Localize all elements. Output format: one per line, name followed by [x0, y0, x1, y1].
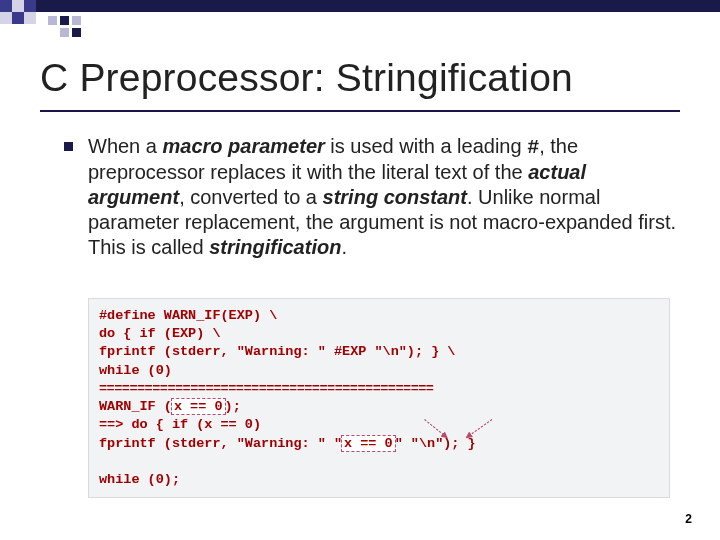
- svg-rect-9: [72, 16, 81, 25]
- term-stringification: stringification: [209, 236, 341, 258]
- code-line: );: [225, 399, 241, 414]
- slide-decoration: [0, 0, 720, 48]
- code-line: do { if (EXP) \: [99, 326, 221, 341]
- bullet-icon: [64, 142, 73, 151]
- svg-rect-1: [12, 0, 24, 12]
- body-text: When a macro parameter is used with a le…: [88, 134, 678, 260]
- code-line: ==> do { if (x == 0): [99, 417, 261, 432]
- title-underline: [40, 110, 680, 112]
- code-line: fprintf (stderr, "Warning: " #EXP "\n");…: [99, 344, 455, 359]
- text: .: [341, 236, 347, 258]
- term-string-constant: string constant: [323, 186, 467, 208]
- text: When a: [88, 135, 162, 157]
- svg-rect-3: [0, 12, 12, 24]
- svg-rect-6: [36, 0, 720, 12]
- code-line: #define WARN_IF(EXP) \: [99, 308, 277, 323]
- svg-rect-4: [12, 12, 24, 24]
- code-line: fprintf (stderr, "Warning: " ": [99, 436, 342, 451]
- code-line: while (0);: [99, 472, 180, 487]
- code-line: " "\n"); }: [395, 436, 476, 451]
- svg-rect-5: [24, 12, 36, 24]
- text: , converted to a: [179, 186, 322, 208]
- page-number: 2: [685, 512, 692, 526]
- svg-rect-10: [60, 28, 69, 37]
- text: is used with a leading: [325, 135, 527, 157]
- code-block: #define WARN_IF(EXP) \ do { if (EXP) \ f…: [88, 298, 670, 498]
- code-separator: ========================================…: [99, 381, 433, 396]
- slide-title: C Preprocessor: Stringification: [40, 56, 573, 100]
- code-line: while (0): [99, 363, 172, 378]
- term-macro-parameter: macro parameter: [162, 135, 324, 157]
- svg-rect-2: [24, 0, 36, 12]
- hash-symbol: #: [527, 136, 539, 159]
- highlight-arg-source: x == 0: [172, 399, 225, 414]
- svg-rect-11: [72, 28, 81, 37]
- svg-rect-7: [48, 16, 57, 25]
- svg-rect-0: [0, 0, 12, 12]
- svg-rect-8: [60, 16, 69, 25]
- highlight-arg-expanded: x == 0: [342, 436, 395, 451]
- code-line: WARN_IF (: [99, 399, 172, 414]
